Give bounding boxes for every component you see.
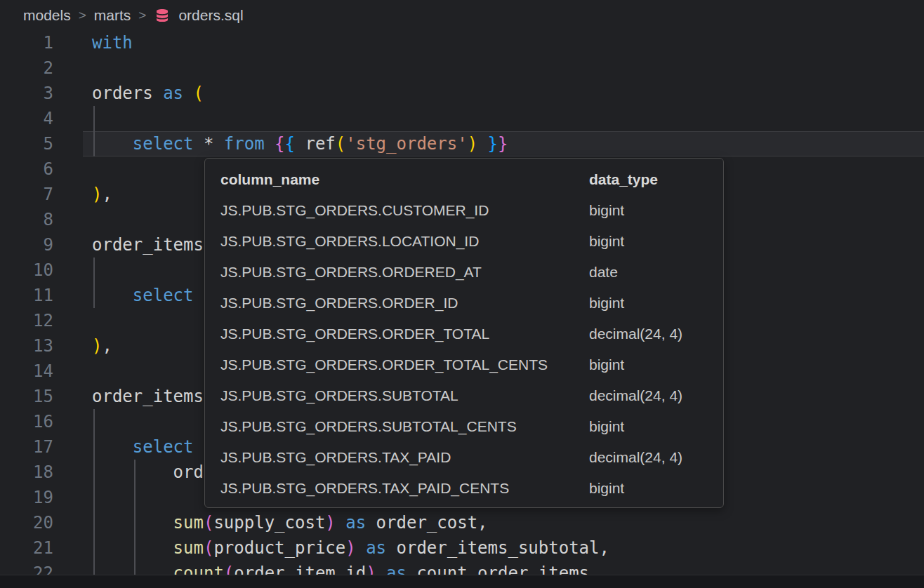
code-line-2[interactable]: 2 [0,55,924,81]
database-icon [154,7,171,24]
code-text: ), [92,333,112,359]
code-text: sum(supply_cost) as order_cost, [92,510,488,535]
cell-column-name: JS.PUB.STG_ORDERS.CUSTOMER_ID [220,202,589,219]
breadcrumb-separator: > [79,8,86,23]
panel-edge [0,575,924,588]
popup-header-data-type: data_type [589,171,708,188]
code-line-4[interactable]: 4 [0,106,924,131]
cell-data-type: bigint [589,356,708,373]
cell-column-name: JS.PUB.STG_ORDERS.TAX_PAID_CENTS [220,480,589,497]
breadcrumb-item-file[interactable]: orders.sql [178,7,243,24]
code-line-20[interactable]: 20 sum(supply_cost) as order_cost, [0,510,924,535]
line-number[interactable]: 7 [0,182,53,207]
breadcrumb-separator: > [138,8,146,23]
code-text: select * from {{ ref('stg_orders') }} [92,131,508,156]
table-row: JS.PUB.STG_ORDERS.SUBTOTAL_CENTSbigint [205,411,723,442]
popup-header-row: column_name data_type [205,164,723,195]
code-text: order_items [92,384,204,409]
table-row: JS.PUB.STG_ORDERS.TAX_PAID_CENTSbigint [205,473,723,504]
line-number[interactable]: 19 [0,485,53,510]
line-number[interactable]: 11 [0,283,53,308]
indent-guide [93,258,95,283]
breadcrumb: models > marts > orders.sql [0,0,924,31]
table-row: JS.PUB.STG_ORDERS.SUBTOTALdecimal(24, 4) [205,380,723,411]
line-number[interactable]: 12 [0,308,53,333]
code-text: sum(product_price) as order_items_subtot… [92,535,609,561]
breadcrumb-item-models[interactable]: models [23,7,71,24]
indent-guide [93,409,95,434]
indent-guide [93,485,95,510]
table-row: JS.PUB.STG_ORDERS.ORDER_TOTAL_CENTSbigin… [205,349,723,380]
cell-data-type: decimal(24, 4) [589,449,708,466]
cell-column-name: JS.PUB.STG_ORDERS.SUBTOTAL [220,387,589,404]
cell-data-type: decimal(24, 4) [589,387,708,404]
cell-column-name: JS.PUB.STG_ORDERS.SUBTOTAL_CENTS [220,418,589,435]
cell-data-type: bigint [589,418,708,435]
code-text: with [92,30,133,55]
cell-data-type: bigint [589,480,708,497]
line-number[interactable]: 14 [0,359,53,384]
code-line-1[interactable]: 1with [0,30,924,55]
line-number[interactable]: 9 [0,232,53,258]
indent-guide [93,106,95,131]
line-number[interactable]: 13 [0,333,53,359]
cell-column-name: JS.PUB.STG_ORDERS.LOCATION_ID [220,233,589,250]
code-line-5[interactable]: 5 select * from {{ ref('stg_orders') }} [0,131,924,156]
table-row: JS.PUB.STG_ORDERS.ORDERED_ATdate [205,257,723,288]
cell-data-type: date [589,264,708,281]
code-text: order_items [92,232,204,258]
table-row: JS.PUB.STG_ORDERS.ORDER_IDbigint [205,288,723,319]
breadcrumb-item-marts[interactable]: marts [94,7,131,24]
line-number[interactable]: 21 [0,535,53,561]
line-number[interactable]: 1 [0,30,53,55]
cell-column-name: JS.PUB.STG_ORDERS.ORDER_TOTAL [220,326,589,342]
table-row: JS.PUB.STG_ORDERS.CUSTOMER_IDbigint [205,195,723,226]
line-number[interactable]: 3 [0,81,53,106]
code-line-21[interactable]: 21 sum(product_price) as order_items_sub… [0,535,924,561]
cell-data-type: bigint [589,295,708,312]
code-text: orders as ( [92,81,204,106]
cell-data-type: bigint [589,233,708,250]
popup-header-column-name: column_name [220,171,589,188]
cell-data-type: decimal(24, 4) [589,326,708,342]
cell-column-name: JS.PUB.STG_ORDERS.TAX_PAID [220,449,589,466]
line-number[interactable]: 2 [0,55,53,81]
code-text: select [92,283,194,308]
code-editor-window: models > marts > orders.sql 1with23order… [0,0,924,588]
cell-column-name: JS.PUB.STG_ORDERS.ORDER_TOTAL_CENTS [220,356,589,373]
indent-guide [134,485,136,510]
table-row: JS.PUB.STG_ORDERS.ORDER_TOTALdecimal(24,… [205,319,723,349]
line-number[interactable]: 15 [0,384,53,409]
line-number[interactable]: 18 [0,460,53,485]
line-number[interactable]: 17 [0,434,53,460]
code-text: ord [92,460,204,485]
line-number[interactable]: 10 [0,258,53,283]
line-number[interactable]: 20 [0,510,53,535]
line-number[interactable]: 16 [0,409,53,434]
line-number[interactable]: 6 [0,156,53,182]
line-number[interactable]: 5 [0,131,53,156]
cell-column-name: JS.PUB.STG_ORDERS.ORDER_ID [220,295,589,312]
line-number[interactable]: 8 [0,207,53,232]
column-info-popup: column_name data_type JS.PUB.STG_ORDERS.… [204,158,724,508]
code-text: select [92,434,194,460]
cell-column-name: JS.PUB.STG_ORDERS.ORDERED_AT [220,264,589,281]
cell-data-type: bigint [589,202,708,219]
code-line-3[interactable]: 3orders as ( [0,81,924,106]
code-text: ), [92,182,112,207]
line-number[interactable]: 4 [0,106,53,131]
table-row: JS.PUB.STG_ORDERS.LOCATION_IDbigint [205,226,723,257]
table-row: JS.PUB.STG_ORDERS.TAX_PAIDdecimal(24, 4) [205,442,723,473]
